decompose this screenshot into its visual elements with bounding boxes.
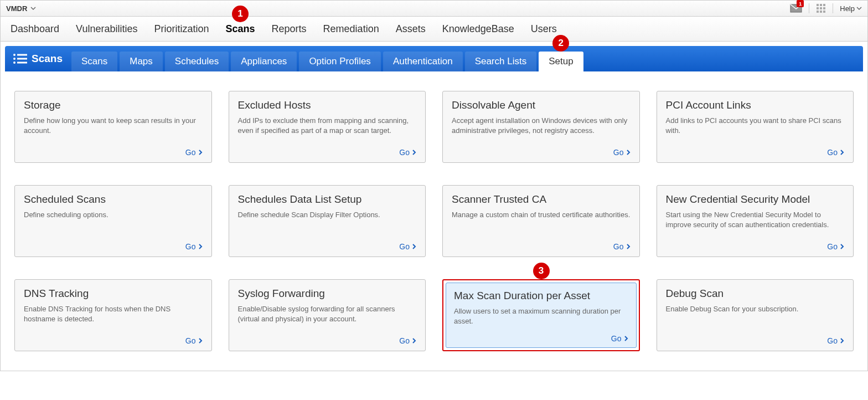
main-nav-dashboard[interactable]: Dashboard bbox=[11, 23, 59, 35]
card-description: Enable/Disable syslog forwarding for all… bbox=[238, 304, 417, 331]
sub-tab-maps[interactable]: Maps bbox=[120, 52, 163, 71]
svg-point-10 bbox=[13, 54, 16, 56]
annotation-3: 3 bbox=[533, 263, 550, 279]
go-link[interactable]: Go bbox=[827, 242, 844, 251]
card-description: Start using the New Credential Security … bbox=[666, 210, 845, 237]
svg-rect-7 bbox=[817, 11, 819, 13]
card-title: Scanner Trusted CA bbox=[452, 193, 631, 206]
go-link[interactable]: Go bbox=[611, 334, 628, 343]
svg-rect-5 bbox=[820, 7, 822, 9]
card-title: New Credential Security Model bbox=[666, 193, 845, 206]
apps-grid-icon[interactable] bbox=[816, 3, 826, 13]
card-title: Syslog Forwarding bbox=[238, 288, 417, 300]
main-nav-vulnerabilities[interactable]: Vulnerabilities bbox=[76, 23, 137, 35]
card-description: Add links to PCI accounts you want to sh… bbox=[666, 116, 845, 142]
go-link[interactable]: Go bbox=[827, 336, 844, 345]
top-bar: VMDR 1 Help bbox=[0, 0, 868, 17]
app-selector[interactable]: VMDR bbox=[6, 4, 36, 13]
go-link[interactable]: Go bbox=[613, 148, 631, 157]
sub-tab-authentication[interactable]: Authentication bbox=[383, 52, 463, 71]
card-title: Debug Scan bbox=[666, 288, 845, 300]
sub-tab-option-profiles[interactable]: Option Profiles bbox=[299, 52, 381, 71]
setup-card-schedules-data-list-setup: Schedules Data List SetupDefine schedule… bbox=[229, 185, 426, 257]
card-title: Scheduled Scans bbox=[24, 193, 203, 206]
setup-card-dissolvable-agent: Dissolvable AgentAccept agent installati… bbox=[442, 91, 640, 163]
card-description: Manage a custom chain of trusted certifi… bbox=[452, 210, 631, 237]
sub-tab-schedules[interactable]: Schedules bbox=[165, 52, 229, 71]
setup-card-dns-tracking: DNS TrackingEnable DNS Tracking for host… bbox=[14, 279, 212, 351]
setup-card-pci-account-links: PCI Account LinksAdd links to PCI accoun… bbox=[657, 91, 854, 163]
go-link[interactable]: Go bbox=[613, 242, 631, 251]
svg-rect-8 bbox=[820, 11, 822, 13]
help-menu[interactable]: Help bbox=[840, 4, 862, 13]
card-description: Define how long you want to keep scan re… bbox=[24, 116, 203, 142]
svg-rect-2 bbox=[820, 4, 822, 6]
card-description: Accept agent installation on Windows dev… bbox=[452, 116, 631, 142]
go-link[interactable]: Go bbox=[185, 242, 203, 251]
card-description: Enable Debug Scan for your subscription. bbox=[666, 304, 845, 331]
card-description: Allow users to set a maximum scanning du… bbox=[454, 306, 628, 329]
card-title: Dissolvable Agent bbox=[452, 99, 631, 111]
svg-rect-11 bbox=[17, 54, 27, 56]
go-link[interactable]: Go bbox=[399, 336, 416, 345]
card-description: Enable DNS Tracking for hosts when the D… bbox=[24, 304, 203, 331]
main-nav-assets[interactable]: Assets bbox=[396, 23, 426, 35]
sub-tabs: ScansMapsSchedulesAppliancesOption Profi… bbox=[71, 46, 583, 71]
svg-rect-4 bbox=[817, 7, 819, 9]
mail-icon[interactable]: 1 bbox=[790, 4, 802, 13]
svg-rect-15 bbox=[17, 62, 27, 64]
setup-card-excluded-hosts: Excluded HostsAdd IPs to exclude them fr… bbox=[229, 91, 426, 163]
svg-rect-1 bbox=[817, 4, 819, 6]
main-nav-remediation[interactable]: Remediation bbox=[323, 23, 379, 35]
sub-tab-appliances[interactable]: Appliances bbox=[231, 52, 297, 71]
card-title: PCI Account Links bbox=[666, 99, 845, 111]
setup-card-max-scan-duration-per-asset: Max Scan Duration per AssetAllow users t… bbox=[442, 279, 640, 351]
card-title: Storage bbox=[24, 99, 203, 111]
card-description: Define schedule Scan Display Filter Opti… bbox=[238, 210, 417, 237]
sub-tab-setup[interactable]: Setup bbox=[539, 52, 583, 71]
main-nav-prioritization[interactable]: Prioritization bbox=[154, 23, 209, 35]
go-link[interactable]: Go bbox=[185, 336, 203, 345]
chevron-down-icon bbox=[856, 6, 862, 11]
help-label: Help bbox=[840, 4, 855, 13]
divider bbox=[809, 3, 809, 13]
svg-rect-3 bbox=[823, 4, 825, 6]
svg-rect-9 bbox=[823, 11, 825, 13]
sub-nav-container: Scans ScansMapsSchedulesAppliancesOption… bbox=[0, 42, 868, 71]
main-nav-knowledgebase[interactable]: KnowledgeBase bbox=[442, 23, 514, 35]
setup-card-storage: StorageDefine how long you want to keep … bbox=[14, 91, 212, 163]
sub-tab-search-lists[interactable]: Search Lists bbox=[465, 52, 537, 71]
svg-point-14 bbox=[13, 61, 16, 64]
main-nav-scans[interactable]: Scans bbox=[226, 23, 255, 35]
sub-nav-title-text: Scans bbox=[32, 53, 63, 65]
card-title: Excluded Hosts bbox=[238, 99, 417, 111]
card-title: DNS Tracking bbox=[24, 288, 203, 300]
sub-nav-title: Scans bbox=[11, 53, 69, 65]
setup-card-scanner-trusted-ca: Scanner Trusted CAManage a custom chain … bbox=[442, 185, 640, 257]
main-nav-reports[interactable]: Reports bbox=[272, 23, 307, 35]
svg-rect-13 bbox=[17, 58, 27, 60]
card-description: Add IPs to exclude them from mapping and… bbox=[238, 116, 417, 142]
card-title: Schedules Data List Setup bbox=[238, 193, 417, 206]
svg-rect-6 bbox=[823, 7, 825, 9]
go-link[interactable]: Go bbox=[185, 148, 203, 157]
list-icon bbox=[13, 53, 27, 64]
sub-tab-scans[interactable]: Scans bbox=[71, 52, 117, 71]
go-link[interactable]: Go bbox=[399, 242, 416, 251]
sub-nav: Scans ScansMapsSchedulesAppliancesOption… bbox=[5, 46, 863, 71]
chevron-down-icon bbox=[30, 6, 36, 11]
main-nav-users[interactable]: Users bbox=[531, 23, 557, 35]
annotation-1: 1 bbox=[232, 6, 249, 22]
app-selector-label: VMDR bbox=[6, 4, 27, 13]
card-title: Max Scan Duration per Asset bbox=[454, 290, 628, 302]
setup-card-debug-scan: Debug ScanEnable Debug Scan for your sub… bbox=[657, 279, 854, 351]
setup-cards-grid: StorageDefine how long you want to keep … bbox=[0, 71, 868, 371]
go-link[interactable]: Go bbox=[827, 148, 844, 157]
setup-card-scheduled-scans: Scheduled ScansDefine scheduling options… bbox=[14, 185, 212, 257]
main-nav: DashboardVulnerabilitiesPrioritizationSc… bbox=[0, 17, 868, 42]
top-bar-right: 1 Help bbox=[790, 3, 862, 13]
svg-point-12 bbox=[13, 58, 16, 60]
card-description: Define scheduling options. bbox=[24, 210, 203, 237]
go-link[interactable]: Go bbox=[399, 148, 416, 157]
mail-badge: 1 bbox=[797, 0, 804, 7]
